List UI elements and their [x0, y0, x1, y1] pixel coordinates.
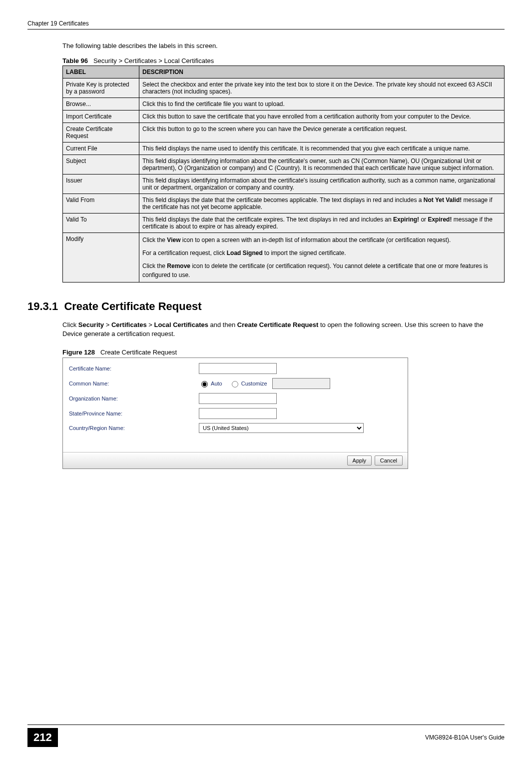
common-name-label: Common Name: — [69, 380, 199, 386]
common-name-auto-option[interactable]: Auto — [199, 380, 222, 388]
row-desc: Click this to find the certificate file … — [139, 98, 505, 110]
row-desc: This field displays identifying informat… — [139, 155, 505, 174]
row-desc: This field displays the date that the ce… — [139, 194, 505, 214]
col-desc: DESCRIPTION — [139, 66, 505, 78]
row-label: Create Certificate Request — [63, 123, 139, 142]
row-label: Current File — [63, 142, 139, 155]
customize-label: Customize — [241, 380, 267, 386]
row-label: Subject — [63, 155, 139, 174]
state-province-label: State/Province Name: — [69, 410, 199, 416]
row-desc: Click the View icon to open a screen wit… — [139, 233, 505, 282]
row-desc: Select the checkbox and enter the privat… — [139, 78, 505, 98]
row-label: Browse... — [63, 98, 139, 110]
cancel-button[interactable]: Cancel — [375, 456, 403, 466]
section-title: Create Certificate Request — [64, 300, 201, 312]
labels-table: LABEL DESCRIPTION Private Key is protect… — [62, 66, 505, 282]
apply-button[interactable]: Apply — [347, 456, 372, 466]
customize-radio[interactable] — [232, 381, 238, 388]
table-row: Modify Click the View icon to open a scr… — [63, 233, 505, 282]
auto-radio[interactable] — [201, 381, 208, 388]
row-label: Issuer — [63, 174, 139, 194]
figure-caption: Figure 128 Create Certificate Request — [62, 348, 505, 356]
country-region-select[interactable]: US (United States) — [199, 423, 364, 433]
figure-number: Figure 128 — [62, 348, 95, 356]
table-row: Issuer This field displays identifying i… — [63, 174, 505, 194]
certificate-name-label: Certificate Name: — [69, 366, 199, 372]
col-label: LABEL — [63, 66, 139, 78]
certificate-name-input[interactable] — [199, 363, 277, 374]
row-label: Valid To — [63, 214, 139, 233]
common-name-customize-option[interactable]: Customize — [229, 380, 267, 388]
organization-name-input[interactable] — [199, 393, 277, 404]
row-desc: Click this button to go to the screen wh… — [139, 123, 505, 142]
guide-name: VMG8924-B10A User's Guide — [425, 734, 505, 741]
table-row: Current File This field displays the nam… — [63, 142, 505, 155]
create-cert-request-screenshot: Certificate Name: Common Name: Auto Cust… — [62, 358, 408, 469]
row-desc: This field displays the name used to ide… — [139, 142, 505, 155]
page-number: 212 — [27, 728, 58, 747]
row-label: Import Certificate — [63, 110, 139, 123]
organization-name-label: Organization Name: — [69, 396, 199, 402]
table-title: Security > Certificates > Local Certific… — [93, 57, 214, 64]
table-row: Valid From This field displays the date … — [63, 194, 505, 214]
footer-rule — [27, 724, 505, 725]
auto-label: Auto — [211, 380, 222, 386]
table-row: Valid To This field displays the date th… — [63, 214, 505, 233]
row-desc: This field displays the date that the ce… — [139, 214, 505, 233]
chapter-label: Chapter 19 Certificates — [27, 20, 89, 27]
table-number: Table 96 — [62, 57, 88, 64]
intro-text: The following table describes the labels… — [62, 42, 505, 50]
header-rule — [27, 29, 505, 30]
row-desc: Click this button to save the certificat… — [139, 110, 505, 123]
common-name-custom-input[interactable] — [272, 378, 330, 389]
table-row: Import Certificate Click this button to … — [63, 110, 505, 123]
figure-title: Create Certificate Request — [100, 348, 177, 356]
table-row: Subject This field displays identifying … — [63, 155, 505, 174]
section-number: 19.3.1 — [27, 300, 58, 312]
row-label: Valid From — [63, 194, 139, 214]
row-label: Private Key is protected by a password — [63, 78, 139, 98]
row-desc: This field displays identifying informat… — [139, 174, 505, 194]
table-row: Create Certificate Request Click this bu… — [63, 123, 505, 142]
row-label: Modify — [63, 233, 139, 282]
section-heading: 19.3.1 Create Certificate Request — [27, 300, 505, 313]
section-body: Click Security > Certificates > Local Ce… — [62, 320, 505, 338]
state-province-input[interactable] — [199, 408, 277, 419]
table-row: Browse... Click this to find the certifi… — [63, 98, 505, 110]
table-caption: Table 96 Security > Certificates > Local… — [62, 57, 505, 64]
table-row: Private Key is protected by a password S… — [63, 78, 505, 98]
country-region-label: Country/Region Name: — [69, 425, 199, 431]
